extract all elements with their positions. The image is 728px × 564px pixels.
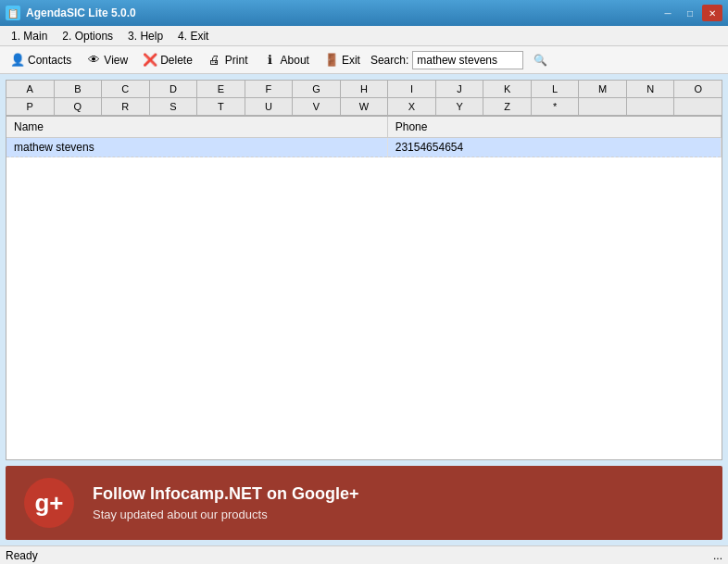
alpha-cell-j[interactable]: J bbox=[436, 81, 484, 97]
maximize-button[interactable]: □ bbox=[680, 5, 700, 21]
search-icon[interactable]: 🔍 bbox=[531, 51, 549, 69]
alpha-cell-w[interactable]: W bbox=[341, 98, 389, 115]
contact-table: Name Phone mathew stevens23154654654 bbox=[6, 117, 722, 157]
alpha-cell-y[interactable]: Y bbox=[436, 98, 484, 115]
search-area: Search: 🔍 bbox=[370, 51, 549, 69]
alpha-cell-l[interactable]: L bbox=[532, 81, 580, 97]
title-text: AgendaSIC Lite 5.0.0 bbox=[26, 6, 136, 19]
alpha-cell-p[interactable]: P bbox=[6, 98, 55, 115]
print-icon: 🖨 bbox=[207, 53, 222, 68]
gplus-text: Follow Infocamp.NET on Google+ Stay upda… bbox=[93, 484, 359, 521]
contact-phone: 23154654654 bbox=[387, 138, 721, 157]
exit-icon: 🚪 bbox=[324, 53, 339, 68]
alpha-cell-empty-2 bbox=[674, 98, 722, 115]
contact-tbody: mathew stevens23154654654 bbox=[6, 138, 722, 157]
alpha-row-bottom: PQRSTUVWXYZ* bbox=[6, 98, 722, 116]
alpha-cell-r[interactable]: R bbox=[102, 98, 150, 115]
delete-label: Delete bbox=[160, 54, 193, 67]
about-button[interactable]: ℹ About bbox=[257, 49, 316, 71]
print-label: Print bbox=[225, 54, 248, 67]
minimize-button[interactable]: ─ bbox=[658, 5, 678, 21]
column-header-name: Name bbox=[6, 117, 387, 138]
menu-main[interactable]: 1. Main bbox=[4, 28, 55, 44]
table-header-row: Name Phone bbox=[6, 117, 722, 138]
alpha-cell-t[interactable]: T bbox=[197, 98, 245, 115]
alpha-cell-empty-0 bbox=[579, 98, 627, 115]
column-header-phone: Phone bbox=[387, 117, 721, 138]
alpha-index: ABCDEFGHIJKLMNO PQRSTUVWXYZ* bbox=[6, 80, 722, 116]
alpha-cell-m[interactable]: M bbox=[579, 81, 627, 97]
alpha-cell-star[interactable]: * bbox=[532, 98, 580, 115]
exit-button[interactable]: 🚪 Exit bbox=[318, 49, 367, 71]
alpha-cell-v[interactable]: V bbox=[293, 98, 341, 115]
contacts-label: Contacts bbox=[28, 54, 71, 67]
alpha-cell-b[interactable]: B bbox=[55, 81, 103, 97]
alpha-cell-o[interactable]: O bbox=[674, 81, 722, 97]
alpha-cell-f[interactable]: F bbox=[245, 81, 294, 97]
toolbar: 👤 Contacts 👁 View ❌ Delete 🖨 Print ℹ Abo… bbox=[0, 46, 728, 74]
alpha-cell-s[interactable]: S bbox=[150, 98, 198, 115]
alpha-cell-u[interactable]: U bbox=[245, 98, 294, 115]
gplus-icon: g+ bbox=[24, 478, 74, 528]
alpha-cell-n[interactable]: N bbox=[627, 81, 675, 97]
alpha-cell-g[interactable]: G bbox=[293, 81, 341, 97]
alpha-cell-e[interactable]: E bbox=[197, 81, 245, 97]
alpha-cell-d[interactable]: D bbox=[150, 81, 198, 97]
menu-bar: 1. Main 2. Options 3. Help 4. Exit bbox=[0, 26, 728, 46]
title-bar-left: 📋 AgendaSIC Lite 5.0.0 bbox=[6, 6, 136, 20]
alpha-cell-i[interactable]: I bbox=[388, 81, 436, 97]
gplus-subtitle: Stay updated about our products bbox=[93, 508, 359, 521]
alpha-cell-c[interactable]: C bbox=[102, 81, 150, 97]
main-content: ABCDEFGHIJKLMNO PQRSTUVWXYZ* Name Phone … bbox=[0, 74, 728, 545]
menu-help[interactable]: 3. Help bbox=[120, 28, 170, 44]
alpha-cell-q[interactable]: Q bbox=[55, 98, 103, 115]
menu-options[interactable]: 2. Options bbox=[55, 28, 120, 44]
contact-table-wrapper: Name Phone mathew stevens23154654654 bbox=[6, 116, 722, 460]
menu-exit[interactable]: 4. Exit bbox=[170, 28, 216, 44]
status-bar: Ready ... bbox=[0, 545, 728, 564]
alpha-cell-h[interactable]: H bbox=[341, 81, 389, 97]
alpha-cell-k[interactable]: K bbox=[483, 81, 532, 97]
view-icon: 👁 bbox=[86, 53, 101, 68]
contact-name: mathew stevens bbox=[6, 138, 387, 157]
alpha-row-top: ABCDEFGHIJKLMNO bbox=[6, 81, 722, 98]
status-dots: ... bbox=[713, 549, 722, 562]
alpha-cell-a[interactable]: A bbox=[6, 81, 55, 97]
app-icon: 📋 bbox=[6, 6, 20, 20]
search-input[interactable] bbox=[412, 51, 523, 69]
view-button[interactable]: 👁 View bbox=[80, 49, 134, 71]
about-icon: ℹ bbox=[263, 53, 278, 68]
delete-button[interactable]: ❌ Delete bbox=[136, 49, 199, 71]
search-label: Search: bbox=[370, 54, 408, 67]
gplus-title: Follow Infocamp.NET on Google+ bbox=[93, 484, 359, 504]
gplus-banner[interactable]: g+ Follow Infocamp.NET on Google+ Stay u… bbox=[6, 466, 722, 540]
alpha-cell-x[interactable]: X bbox=[388, 98, 436, 115]
contacts-button[interactable]: 👤 Contacts bbox=[4, 49, 78, 71]
about-label: About bbox=[281, 54, 309, 67]
print-button[interactable]: 🖨 Print bbox=[201, 49, 255, 71]
view-label: View bbox=[104, 54, 128, 67]
alpha-cell-z[interactable]: Z bbox=[483, 98, 532, 115]
title-bar: 📋 AgendaSIC Lite 5.0.0 ─ □ ✕ bbox=[0, 0, 728, 26]
contacts-icon: 👤 bbox=[10, 53, 25, 68]
delete-icon: ❌ bbox=[143, 53, 157, 68]
table-row[interactable]: mathew stevens23154654654 bbox=[6, 138, 722, 157]
status-text: Ready bbox=[6, 549, 38, 562]
alpha-cell-empty-1 bbox=[627, 98, 675, 115]
exit-label: Exit bbox=[342, 54, 360, 67]
close-button[interactable]: ✕ bbox=[702, 5, 722, 21]
window-controls: ─ □ ✕ bbox=[658, 5, 722, 21]
